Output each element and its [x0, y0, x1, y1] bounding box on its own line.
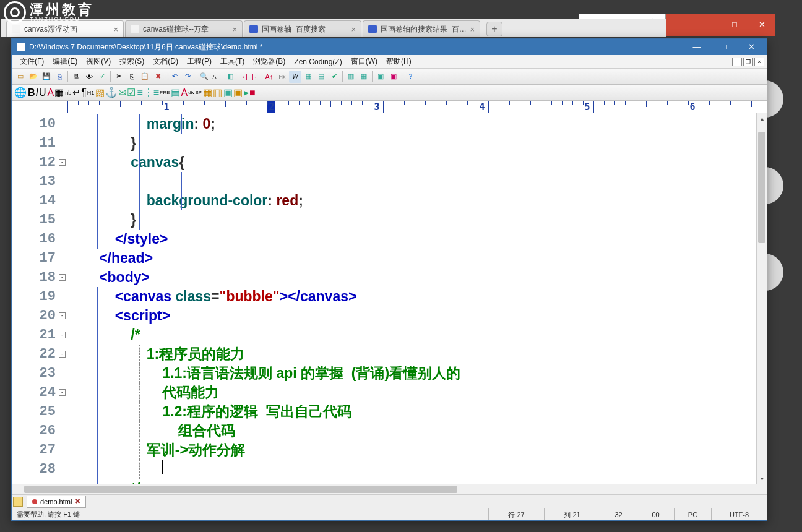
menu-item[interactable]: 文档(D)	[149, 55, 183, 68]
panel2-icon[interactable]: ▦	[358, 71, 370, 83]
font-a-icon[interactable]: A	[181, 87, 188, 98]
editor-min[interactable]: —	[684, 40, 710, 54]
pre-icon[interactable]: PRE	[160, 90, 170, 95]
image-icon[interactable]: ▧	[95, 87, 105, 98]
new-file-icon[interactable]: ▭	[14, 71, 27, 83]
close-icon[interactable]: ×	[113, 25, 118, 34]
menu-item[interactable]: 编辑(E)	[48, 55, 82, 68]
fold-icon[interactable]: -	[59, 274, 66, 281]
document-tab[interactable]: demo.html ✖	[27, 496, 86, 508]
undo-icon[interactable]: ↶	[168, 71, 181, 83]
editor-max[interactable]: □	[711, 40, 737, 54]
fold-icon[interactable]: -	[59, 159, 66, 166]
ruler[interactable]: 123456	[12, 101, 767, 113]
newline-icon[interactable]: ↵	[72, 87, 80, 98]
indent-icon[interactable]: →|	[237, 71, 249, 83]
menu-item[interactable]: 窗口(W)	[347, 55, 382, 68]
menu-item[interactable]: 帮助(H)	[382, 55, 416, 68]
css-icon[interactable]: ▣	[223, 87, 233, 98]
save-icon[interactable]: 💾	[40, 71, 53, 83]
toggle-icon[interactable]: ▦	[302, 71, 314, 83]
div-icon[interactable]: div	[188, 90, 194, 95]
vertical-scrollbar[interactable]: ▴ ▾	[756, 113, 767, 484]
list-icon[interactable]: ≡	[137, 87, 142, 98]
span-icon[interactable]: SP	[195, 90, 202, 95]
print-icon[interactable]: 🖶	[70, 71, 82, 83]
split-icon[interactable]: ▤	[315, 71, 327, 83]
bgwin-max[interactable]: □	[721, 14, 748, 36]
fold-icon[interactable]: -	[59, 351, 66, 358]
wrap-icon[interactable]: W	[289, 71, 301, 83]
cut-icon[interactable]: ✂	[113, 71, 125, 83]
replace-icon[interactable]: A↔	[211, 71, 223, 83]
editor-close[interactable]: ✕	[738, 40, 764, 54]
list2-icon[interactable]: ⋮≡	[144, 87, 159, 98]
fold-icon[interactable]: -	[59, 389, 66, 396]
bgwin-close[interactable]: ✕	[748, 14, 775, 36]
preview-icon[interactable]: 👁	[83, 71, 95, 83]
fold-icon[interactable]: -	[59, 332, 66, 338]
browser-tab[interactable]: 国画卷轴_百度搜索 ×	[244, 20, 361, 37]
spellcheck-icon[interactable]: ✓	[96, 71, 108, 83]
bold-icon[interactable]: B	[28, 87, 35, 98]
mdi-close[interactable]: ×	[754, 58, 764, 66]
color-icon[interactable]: A	[48, 87, 54, 98]
bgwin-min[interactable]: —	[694, 14, 721, 36]
close-icon[interactable]: ✖	[75, 497, 80, 505]
menu-item[interactable]: 文件(F)	[15, 55, 48, 68]
scroll-thumb[interactable]	[24, 486, 457, 493]
close-icon[interactable]: ×	[351, 25, 356, 34]
help-icon[interactable]: ？	[404, 71, 416, 83]
delete-icon[interactable]: ✖	[152, 71, 164, 83]
font-increase-icon[interactable]: A↑	[263, 71, 275, 83]
line-number-gutter[interactable]: 101112-131415161718-1920-21-22-2324-2526…	[12, 113, 67, 484]
menu-item[interactable]: 浏览器(B)	[249, 55, 290, 68]
outdent-icon[interactable]: |←	[250, 71, 262, 83]
save-all-icon[interactable]: ⎘	[53, 71, 66, 83]
menu-item[interactable]: Zen Coding(Z)	[290, 55, 346, 68]
browser-tab[interactable]: 国画卷轴的搜索结果_百度... ×	[363, 20, 480, 37]
italic-icon[interactable]: I	[36, 87, 38, 98]
horizontal-scrollbar[interactable]	[12, 484, 767, 494]
find-icon[interactable]: 🔍	[198, 71, 210, 83]
mail-icon[interactable]: ✉	[118, 87, 126, 98]
scroll-up-icon[interactable]: ▴	[757, 113, 767, 124]
table-icon[interactable]: ▦	[203, 87, 212, 98]
anchor-icon[interactable]: ⚓	[105, 87, 118, 98]
close-icon[interactable]: ×	[232, 25, 237, 34]
globe-icon[interactable]: 🌐	[14, 87, 27, 98]
menu-item[interactable]: 视图(V)	[82, 55, 115, 68]
fold-icon[interactable]: -	[59, 312, 66, 319]
folder-icon[interactable]	[13, 497, 23, 507]
ext-icon[interactable]: ▣	[387, 71, 400, 83]
panel-icon[interactable]: ▥	[345, 71, 357, 83]
run-icon[interactable]: ▸	[244, 87, 249, 98]
js-icon[interactable]: ▣	[233, 87, 243, 98]
paste-icon[interactable]: 📋	[139, 71, 151, 83]
hex-icon[interactable]: Hx	[276, 71, 288, 83]
mdi-min[interactable]: –	[732, 58, 742, 66]
new-tab-button[interactable]: +	[486, 22, 502, 36]
nbsp-icon[interactable]: nb	[65, 90, 71, 96]
browser-tab[interactable]: canvas碰撞球--万章 ×	[125, 20, 243, 37]
close-icon[interactable]: ×	[470, 25, 475, 34]
scroll-down-icon[interactable]: ▾	[757, 473, 767, 484]
palette-icon[interactable]: ▦	[54, 87, 64, 98]
link-icon[interactable]: ▣	[374, 71, 387, 83]
menu-item[interactable]: 工具(T)	[216, 55, 249, 68]
scroll-thumb[interactable]	[758, 132, 765, 243]
quote-icon[interactable]: ▤	[171, 87, 180, 98]
editor-titlebar[interactable]: D:\Windows 7 Documents\Desktop\11月6日 can…	[12, 39, 767, 55]
redo-icon[interactable]: ↷	[181, 71, 194, 83]
menu-item[interactable]: 工程(P)	[183, 55, 216, 68]
validate-icon[interactable]: ✔	[328, 71, 340, 83]
para-icon[interactable]: ¶	[81, 87, 87, 98]
menu-item[interactable]: 搜索(S)	[115, 55, 149, 68]
layout-icon[interactable]: ▥	[213, 87, 222, 98]
bookmark-icon[interactable]: ◧	[224, 71, 236, 83]
stop-icon[interactable]: ■	[249, 87, 256, 98]
heading-icon[interactable]: H1	[87, 90, 95, 96]
underline-icon[interactable]: U	[39, 87, 46, 98]
code-editor[interactable]: margin: 0; } canvas{ background-color: r…	[67, 113, 767, 484]
open-file-icon[interactable]: 📂	[27, 71, 40, 83]
